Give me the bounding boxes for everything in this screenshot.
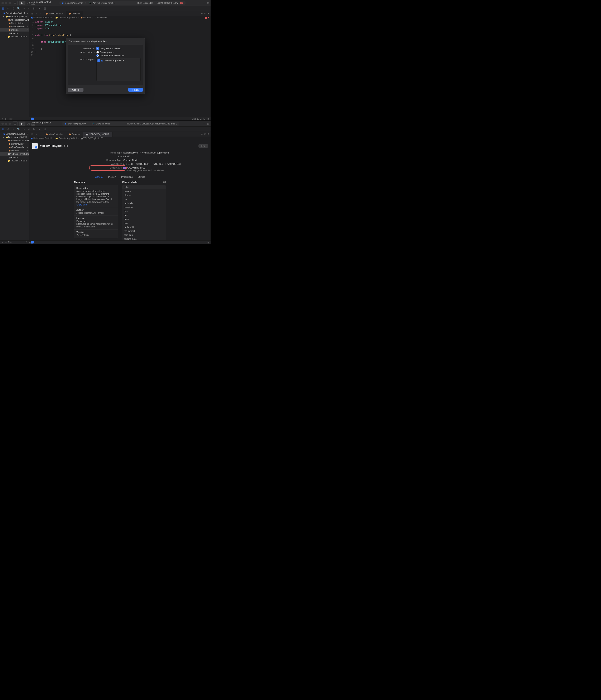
jump-segment[interactable]: DetectorAppSwiftUI (59, 137, 77, 140)
run-status: Finished running DetectorAppSwiftUI on D… (126, 123, 177, 125)
run-button[interactable]: ▶ (19, 122, 25, 126)
create-groups-radio[interactable]: Create groups (97, 51, 141, 53)
find-nav-icon[interactable]: 🔍 (17, 128, 20, 130)
modal-backdrop: Choose options for adding these files: D… (0, 0, 211, 121)
symbol-nav-icon[interactable]: ⌸ (12, 128, 15, 130)
source-control-nav-icon[interactable]: ⎋ (7, 128, 10, 130)
swift-file-icon: ⬣ (8, 146, 11, 148)
tab-list-icon[interactable]: ▤ (30, 133, 34, 135)
model-spec-grid: Model Type Neural Network → Non Maximum … (29, 150, 211, 172)
targets-list[interactable]: ▣ DetectorAppSwiftUI (97, 58, 141, 81)
class-label-row[interactable]: fire hydrant (122, 229, 166, 233)
test-nav-icon[interactable]: ◇ (28, 128, 31, 130)
tab-viewcontroller[interactable]: ⬣ ViewController (43, 132, 66, 137)
seg-predictions[interactable]: Predictions (119, 175, 135, 179)
nav-label: Detector (11, 149, 19, 152)
status-pill[interactable]: ▣ DetectorAppSwiftUI 〉 📱 David's iPhone … (62, 122, 179, 126)
class-label-row[interactable]: traffic light (122, 225, 166, 229)
project-navigator[interactable]: ▾ ▣ DetectorAppSwiftUI M ▾ 📁 DetectorApp… (0, 132, 29, 240)
nav-file[interactable]: ⬣ ContentView (0, 142, 29, 146)
class-label-row[interactable]: aeroplane (122, 205, 166, 209)
breakpoint-nav-icon[interactable]: ⏵ (38, 128, 41, 130)
radio-label: Create groups (100, 51, 114, 53)
nav-file[interactable]: ▦ Assets (0, 156, 29, 159)
seg-utilities[interactable]: Utilities (135, 175, 148, 179)
issue-nav-icon[interactable]: ⚠ (22, 128, 25, 130)
jump-bar[interactable]: ▣ DetectorAppSwiftUI〉 📁 DetectorAppSwift… (29, 137, 211, 140)
target-row[interactable]: ▣ DetectorAppSwiftUI (98, 59, 139, 62)
copy-items-input[interactable] (97, 47, 99, 50)
nav-file[interactable]: ⬣ ObjectDetectorSwiftUIApp (0, 139, 29, 142)
scheme-selector[interactable]: ⎇ DetectorAppSwiftUI main (27, 121, 51, 126)
recent-filter-icon[interactable]: ⏱ (25, 241, 28, 244)
class-label-row[interactable]: parking meter (122, 237, 166, 240)
tab-model[interactable]: ▦ YOLOv3TinyInt8LUT (83, 132, 112, 137)
create-folder-refs-input[interactable] (97, 54, 99, 57)
window-traffic-lights (1, 123, 11, 125)
minimize-dot[interactable] (5, 123, 7, 125)
jump-segment[interactable]: YOLOv3TinyInt8LUT (83, 137, 103, 140)
zoom-dot[interactable] (8, 123, 11, 125)
class-label-row[interactable]: bus (122, 209, 166, 213)
assets-icon: ▦ (8, 156, 11, 158)
plus-icon[interactable]: ＋ (203, 122, 205, 125)
disclosure-icon[interactable]: ▸ (6, 160, 8, 161)
nav-folder[interactable]: ▸ 📁 Preview Content (0, 159, 29, 162)
edit-button[interactable]: Edit (199, 144, 208, 148)
class-labels-table[interactable]: Label personbicyclecarmotorbikeaeroplane… (122, 185, 166, 240)
class-label-row[interactable]: car (122, 197, 166, 201)
forward-icon[interactable]: › (38, 133, 43, 135)
nav-file[interactable]: ⬣ Detector A (0, 149, 29, 152)
class-label-row[interactable]: stop sign (122, 233, 166, 237)
class-label-row[interactable]: train (122, 213, 166, 217)
add-filter-icon[interactable]: ＋ (1, 241, 4, 244)
scm-filter-icon[interactable]: ▣ (29, 241, 31, 244)
filter-field[interactable]: Filter (8, 241, 12, 244)
class-label-row[interactable]: motorbike (122, 201, 166, 205)
nav-file-selected[interactable]: ▦ YOLOv3TinyInt8LUT A (0, 152, 29, 156)
meta-description-header: Description (76, 187, 115, 190)
sidebar-toggle-icon[interactable]: ☰ (13, 121, 18, 126)
editor-canvas-icon[interactable]: ≡ (201, 133, 203, 135)
seg-general[interactable]: General (93, 175, 106, 179)
class-label-row[interactable]: truck (122, 217, 166, 221)
panel-toggle-icon[interactable]: ▥ (207, 241, 209, 244)
nav-root[interactable]: ▾ ▣ DetectorAppSwiftUI M (0, 132, 29, 135)
report-nav-icon[interactable]: ▤ (43, 128, 46, 130)
create-folder-refs-radio[interactable]: Create folder references (97, 54, 141, 57)
disclosure-icon[interactable]: ▾ (3, 136, 5, 138)
status-scheme: DetectorAppSwiftUI (68, 123, 86, 125)
finish-button[interactable]: Finish (128, 88, 143, 92)
jump-segment[interactable]: DetectorAppSwiftUI (33, 137, 52, 140)
debug-nav-icon[interactable]: ▷ (33, 128, 36, 130)
disclosure-icon[interactable]: ▾ (1, 133, 3, 135)
model-editor[interactable]: YOLOv3TinyInt8LUT Edit Model Type Neural… (29, 140, 211, 240)
meta-license-header: License (76, 217, 115, 220)
editor-adjust-icon[interactable]: ⎚ (204, 133, 206, 135)
nav-file[interactable]: ⬣ ViewController M (0, 146, 29, 149)
nav-label: ViewController (11, 146, 25, 148)
folder-icon: 📁 (5, 136, 8, 139)
tab-detector[interactable]: ⬣ Detector (66, 132, 83, 137)
cancel-button[interactable]: Cancel (68, 88, 83, 92)
checkbox-label: Copy items if needed (100, 47, 121, 50)
project-nav-icon[interactable]: ▦ (1, 128, 5, 130)
filter-scope-icon[interactable]: ⊙ (5, 241, 6, 244)
back-icon[interactable]: ‹ (34, 133, 38, 135)
create-groups-input[interactable] (97, 51, 99, 53)
nav-folder[interactable]: ▾ 📁 DetectorAppSwiftUI (0, 135, 29, 139)
console-toggle-icon[interactable] (31, 241, 34, 244)
target-checkbox[interactable] (98, 59, 100, 62)
seg-preview[interactable]: Preview (106, 175, 119, 179)
close-dot[interactable] (1, 123, 4, 125)
class-label-row[interactable]: boat (122, 221, 166, 225)
library-toggle-icon[interactable]: ▥ (207, 122, 209, 125)
status-destination: David's iPhone (96, 123, 110, 125)
spec-class-subtitle: Automatically generated Swift model clas… (123, 169, 164, 172)
editor-add-icon[interactable]: ⊞ (207, 133, 209, 135)
show-more-link[interactable]: Show More (76, 203, 115, 206)
class-label-row[interactable]: bicycle (122, 193, 166, 197)
class-label-row[interactable]: person (122, 189, 166, 193)
copy-items-checkbox[interactable]: Copy items if needed (97, 47, 141, 50)
spec-value-class[interactable]: YOLOv3TinyInt8LUT Automatically generate… (123, 167, 211, 172)
